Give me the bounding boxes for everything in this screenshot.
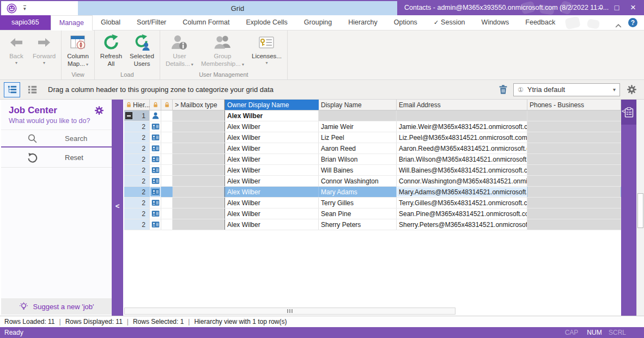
cell-hierarchy-level[interactable]: 2 [124,198,150,208]
trash-icon[interactable] [496,83,509,96]
cell-row-type-icon[interactable] [150,143,161,153]
cell-display-name[interactable]: Sherry Peters [319,219,397,230]
cell-row-type-icon[interactable] [150,110,161,121]
cell-blank[interactable] [161,143,173,153]
selected-users-button[interactable]: SelectedUsers [126,32,158,70]
cell-hierarchy-level[interactable]: 2 [124,121,150,132]
hierarchy-view-toggle[interactable] [4,82,20,97]
cell-blank[interactable] [161,165,173,175]
cell-owner-display-name[interactable]: Alex Wilber [224,187,319,197]
cell-blank[interactable] [161,208,173,219]
cell-blank[interactable] [161,121,173,132]
tab-grouping[interactable]: Grouping [296,15,340,30]
cell-row-type-icon[interactable] [150,121,161,132]
cell-mailbox-type[interactable] [173,187,224,197]
cell-hierarchy-level[interactable]: 2 [124,219,150,230]
cell-phones-business[interactable] [527,154,621,164]
cell-phones-business[interactable] [527,165,621,175]
cell-owner-display-name[interactable]: Alex Wilber [224,121,319,132]
cell-row-type-icon[interactable] [150,132,161,143]
cell-phones-business[interactable] [527,219,621,230]
cell-row-type-icon[interactable] [150,208,161,219]
cell-phones-business[interactable] [527,187,621,197]
search-input[interactable]: Search [1,130,112,148]
licenses-button[interactable]: Licenses...▾ [248,32,285,70]
cell-row-type-icon[interactable] [150,165,161,175]
tab-windows[interactable]: Windows [473,15,518,30]
cell-blank[interactable] [161,198,173,208]
cell-email-address[interactable]: Liz.Peel@M365x48314521.onmicrosoft.com [397,132,527,143]
cell-email-address[interactable]: Sean.Pine@M365x48314521.onmicrosoft.com [397,208,527,219]
document-tab[interactable]: Grid [78,1,397,15]
cell-email-address[interactable]: Connor.Washington@M365x48314521.onmicros… [397,176,527,186]
cell-hierarchy-level[interactable]: 1 [124,110,150,121]
cell-email-address[interactable] [397,110,527,121]
cell-mailbox-type[interactable] [173,154,224,164]
column-header-owner-display-name[interactable]: Owner Display Name [224,100,319,110]
grid-row[interactable]: 1Alex Wilber [124,110,621,121]
cell-owner-display-name[interactable]: Alex Wilber [224,132,319,143]
cell-email-address[interactable]: Jamie.Weir@M365x48314521.onmicrosoft.com [397,121,527,132]
maximize-button[interactable]: □ [609,1,624,14]
back-button[interactable]: Back▾ [4,32,29,70]
cell-mailbox-type[interactable] [173,219,224,230]
tab-sapio365[interactable]: sapio365 [0,15,51,30]
cell-email-address[interactable]: Sherry.Peters@M365x48314521.onmicrosoft.… [397,219,527,230]
cell-row-type-icon[interactable] [150,187,161,197]
tab-manage[interactable]: Manage [51,15,93,30]
cell-blank[interactable] [161,110,173,121]
column-header-blank[interactable] [161,100,173,110]
cell-owner-display-name[interactable]: Alex Wilber [224,176,319,186]
grid-settings-gear-icon[interactable] [624,83,639,97]
cell-row-type-icon[interactable] [150,176,161,186]
cell-display-name[interactable]: Liz Peel [319,132,397,143]
help-icon[interactable]: ? [628,18,637,27]
grid-row[interactable]: 2Alex WilberSherry PetersSherry.Peters@M… [124,219,621,230]
cell-mailbox-type[interactable] [173,143,224,153]
cell-mailbox-type[interactable] [173,198,224,208]
cell-phones-business[interactable] [527,176,621,186]
cell-mailbox-type[interactable] [173,165,224,175]
column-header-display-name[interactable]: Display Name [319,100,397,110]
tab-explode-cells[interactable]: Explode Cells [238,15,295,30]
column-header-hierarchy[interactable]: Hier... [124,100,150,110]
cell-phones-business[interactable] [527,208,621,219]
tab-global[interactable]: Global [93,15,129,30]
cell-display-name[interactable]: Connor Washington [319,176,397,186]
qat-customize-caret-icon[interactable]: ▾ [23,5,26,11]
cell-display-name[interactable]: Mary Adams [319,187,397,197]
grid-view-dropdown[interactable]: ① Ytria default ▾ [513,83,620,96]
grid-row[interactable]: 2Alex WilberBrian WilsonBrian.Wilson@M36… [124,154,621,165]
cell-owner-display-name[interactable]: Alex Wilber [224,198,319,208]
column-map-button[interactable]: ColumnMap... ▾ [63,32,93,70]
minimize-button[interactable]: – [593,1,608,14]
cell-display-name[interactable]: Brian Wilson [319,154,397,164]
cell-email-address[interactable]: Will.Baines@M365x48314521.onmicrosoft.co… [397,165,527,175]
cell-blank[interactable] [161,187,173,197]
cell-hierarchy-level[interactable]: 2 [124,176,150,186]
cell-phones-business[interactable] [527,132,621,143]
collapse-left-panel-strip[interactable]: < [112,100,123,316]
collapse-ribbon-chevron-icon[interactable] [615,21,622,25]
cell-display-name[interactable]: Sean Pine [319,208,397,219]
cell-owner-display-name[interactable]: Alex Wilber [224,143,319,153]
cell-email-address[interactable]: Aaron.Reed@M365x48314521.onmicrosoft.com [397,143,527,153]
cell-email-address[interactable]: Mary.Adams@M365x48314521.onmicrosoft.com [397,187,527,197]
cell-display-name[interactable]: Jamie Weir [319,121,397,132]
cell-owner-display-name[interactable]: Alex Wilber [224,208,319,219]
cell-mailbox-type[interactable] [173,176,224,186]
tab-feedback[interactable]: Feedback [517,15,563,30]
cell-mailbox-type[interactable] [173,110,224,121]
cell-mailbox-type[interactable] [173,132,224,143]
vertical-scrollbar-thumb[interactable] [637,193,643,228]
cell-blank[interactable] [161,132,173,143]
cell-blank[interactable] [161,154,173,164]
cell-hierarchy-level[interactable]: 2 [124,208,150,219]
column-header-mailbox-type[interactable]: > Mailbox type [173,100,224,110]
flat-view-toggle[interactable] [24,82,40,97]
column-header-email-address[interactable]: Email Address [397,100,527,110]
group-membership-button[interactable]: GroupMembership... ▾ [197,32,248,70]
tab-options[interactable]: Options [386,15,426,30]
vertical-scrollbar[interactable] [636,100,644,316]
close-button[interactable]: × [625,1,641,14]
